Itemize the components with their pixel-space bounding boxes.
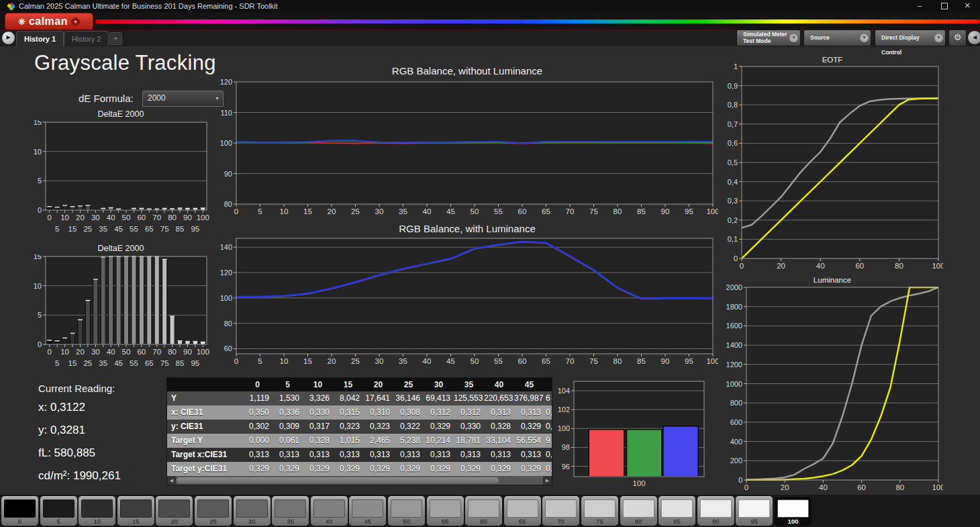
tab-scroll-button[interactable]: ▶ <box>1 31 15 45</box>
patch-swatch <box>661 499 693 518</box>
table-header-cell: 40 <box>484 378 514 391</box>
tab-history-1[interactable]: History 1 <box>16 31 64 46</box>
simulated-meter-dropdown[interactable]: Simulated Meter Test Mode ▼ <box>736 30 801 46</box>
patch-15[interactable]: 15 <box>117 496 154 526</box>
svg-text:10: 10 <box>34 282 42 290</box>
svg-text:30: 30 <box>91 348 100 356</box>
patch-swatch <box>545 499 577 518</box>
table-cell: 0, <box>544 448 552 462</box>
patch-label: 30 <box>234 518 271 525</box>
svg-text:50: 50 <box>122 348 131 356</box>
svg-text:100: 100 <box>932 262 943 270</box>
svg-text:75: 75 <box>160 359 169 367</box>
table-cell: 69,413 <box>424 391 454 405</box>
patch-50[interactable]: 50 <box>388 496 425 526</box>
reading-cdm2: cd/m²: 1990,261 <box>38 469 121 483</box>
direct-display-control-dropdown[interactable]: Direct Display Control ▼ <box>875 30 946 46</box>
calman-menu-button[interactable]: ❋ calman ▼ <box>5 13 93 30</box>
svg-text:75: 75 <box>589 357 598 365</box>
minimize-button[interactable]: – <box>910 0 930 11</box>
svg-text:25: 25 <box>351 357 360 365</box>
svg-text:10: 10 <box>60 213 69 222</box>
table-cell: 0,350 <box>242 405 273 420</box>
patch-label: 60 <box>465 518 502 525</box>
patch-label: 15 <box>117 518 154 525</box>
svg-text:55: 55 <box>130 359 138 367</box>
svg-text:20: 20 <box>76 213 85 222</box>
patch-100[interactable]: 100 <box>775 496 812 526</box>
table-cell: 0,329 <box>242 462 273 476</box>
patch-40[interactable]: 40 <box>311 496 348 526</box>
table-cell: 5,238 <box>393 434 424 448</box>
table-cell: 0,330 <box>454 420 484 434</box>
svg-text:15: 15 <box>303 357 312 365</box>
svg-text:20: 20 <box>777 262 785 270</box>
patch-0[interactable]: 0 <box>1 496 38 526</box>
patch-80[interactable]: 80 <box>620 496 657 526</box>
svg-text:30: 30 <box>375 207 384 215</box>
patch-5[interactable]: 5 <box>40 496 77 526</box>
maximize-button[interactable] <box>934 0 954 11</box>
table-cell: 0,328 <box>303 434 333 448</box>
table-cell: 0,313 <box>363 448 393 462</box>
svg-text:120: 120 <box>220 269 232 277</box>
page-title: Grayscale Tracking <box>34 51 216 75</box>
svg-text:20: 20 <box>328 357 336 365</box>
patch-85[interactable]: 85 <box>658 496 695 526</box>
table-cell: 0,313 <box>333 448 363 462</box>
patch-35[interactable]: 35 <box>272 496 309 526</box>
table-cell: 0,329 <box>514 420 544 434</box>
patch-25[interactable]: 25 <box>195 496 232 526</box>
scroll-right-button[interactable]: ▶ <box>543 476 552 485</box>
patch-label: 10 <box>79 518 115 525</box>
svg-text:10: 10 <box>280 207 289 215</box>
svg-text:140: 140 <box>220 243 232 251</box>
svg-text:0: 0 <box>234 357 238 365</box>
table-cell: 0,315 <box>333 405 363 420</box>
svg-text:5: 5 <box>55 225 59 233</box>
table-cell: 0,313 <box>393 448 424 462</box>
table-cell: 17,641 <box>363 391 393 405</box>
patch-70[interactable]: 70 <box>542 496 579 526</box>
row-label: y: CIE31 <box>167 420 242 434</box>
scroll-left-button[interactable]: ◀ <box>167 476 176 485</box>
svg-text:55: 55 <box>494 357 503 365</box>
scroll-thumb[interactable] <box>177 477 499 483</box>
patch-label: 100 <box>775 518 812 525</box>
rgb-no-lum-title: RGB Balance, without Luminance <box>216 65 718 77</box>
table-cell: 36,146 <box>393 391 424 405</box>
patch-swatch <box>777 499 809 518</box>
collapse-panel-button[interactable]: ◀ <box>967 30 980 45</box>
patch-45[interactable]: 45 <box>349 496 386 526</box>
svg-text:80: 80 <box>168 348 177 356</box>
patch-60[interactable]: 60 <box>465 496 502 526</box>
svg-text:0,8: 0,8 <box>728 101 738 109</box>
svg-text:95: 95 <box>191 225 199 233</box>
patch-swatch <box>738 499 770 518</box>
table-cell: 0,329 <box>514 462 544 476</box>
row-label: Target Y <box>167 434 242 448</box>
patch-95[interactable]: 95 <box>736 496 773 526</box>
patch-75[interactable]: 75 <box>581 496 618 526</box>
add-tab-button[interactable]: + <box>109 32 122 45</box>
table-hscrollbar[interactable]: ◀▶ <box>167 476 552 485</box>
patch-55[interactable]: 55 <box>427 496 464 526</box>
svg-text:90: 90 <box>224 170 232 178</box>
settings-button[interactable]: ⚙ <box>948 30 967 46</box>
de-formula-value: 2000 <box>148 93 166 103</box>
svg-text:70: 70 <box>566 207 575 215</box>
patch-65[interactable]: 65 <box>504 496 541 526</box>
measurement-table: 051015202530354045Y1,1191,5303,3268,0421… <box>166 377 552 485</box>
patch-20[interactable]: 20 <box>156 496 193 526</box>
close-button[interactable]: ✕ <box>957 0 977 11</box>
tab-history-2[interactable]: History 2 <box>64 31 109 46</box>
svg-text:40: 40 <box>423 207 432 215</box>
de-formula-select[interactable]: 2000 ▼ <box>142 91 224 107</box>
reading-x: x: 0,3122 <box>38 401 121 414</box>
patch-30[interactable]: 30 <box>234 496 271 526</box>
svg-text:120: 120 <box>220 79 232 86</box>
patch-90[interactable]: 90 <box>697 496 734 526</box>
source-dropdown[interactable]: Source ▼ <box>803 30 871 46</box>
patch-10[interactable]: 10 <box>79 496 115 526</box>
svg-text:10: 10 <box>34 148 42 156</box>
